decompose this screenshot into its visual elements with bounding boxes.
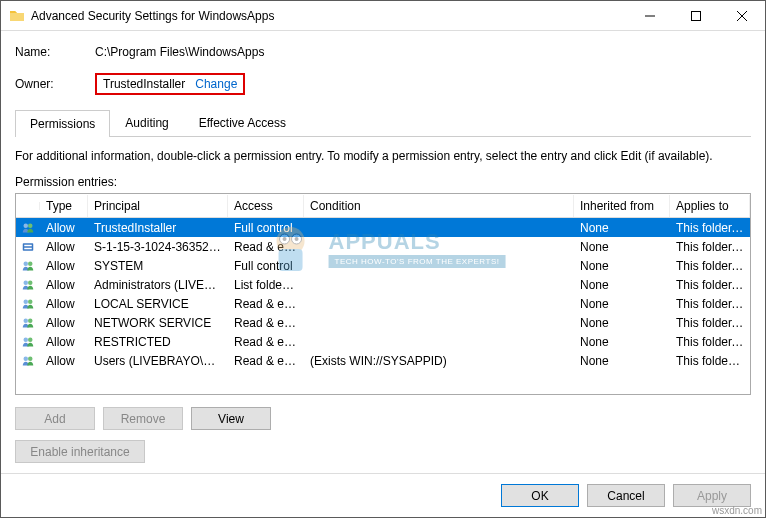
cell-access: Read & ex...	[228, 238, 304, 256]
svg-rect-4	[24, 244, 32, 246]
table-row[interactable]: AllowLOCAL SERVICERead & ex...NoneThis f…	[16, 294, 750, 313]
add-button[interactable]: Add	[15, 407, 95, 430]
name-value: C:\Program Files\WindowsApps	[95, 45, 264, 59]
owner-label: Owner:	[15, 77, 95, 91]
cell-applies: This folder,...	[670, 238, 750, 256]
cell-condition	[304, 321, 574, 325]
col-icon[interactable]	[16, 202, 40, 210]
view-button[interactable]: View	[191, 407, 271, 430]
change-owner-link[interactable]: Change	[195, 77, 237, 91]
window-title: Advanced Security Settings for WindowsAp…	[31, 9, 627, 23]
cell-type: Allow	[40, 352, 88, 370]
table-row[interactable]: AllowAdministrators (LIVEBR...List folde…	[16, 275, 750, 294]
principal-icon	[16, 295, 40, 313]
cell-type: Allow	[40, 219, 88, 237]
cell-applies: This folder,...	[670, 257, 750, 275]
cell-inherited: None	[574, 333, 670, 351]
security-settings-window: Advanced Security Settings for WindowsAp…	[0, 0, 766, 518]
col-type[interactable]: Type	[40, 195, 88, 217]
svg-point-12	[24, 318, 29, 323]
remove-button[interactable]: Remove	[103, 407, 183, 430]
svg-point-13	[28, 318, 33, 323]
tab-permissions[interactable]: Permissions	[15, 110, 110, 137]
principal-icon	[16, 352, 40, 370]
cell-condition: (Exists WIN://SYSAPPID)	[304, 352, 574, 370]
principal-icon	[16, 276, 40, 294]
cell-type: Allow	[40, 295, 88, 313]
cell-access: Full control	[228, 257, 304, 275]
cell-applies: This folder,...	[670, 276, 750, 294]
cell-principal: LOCAL SERVICE	[88, 295, 228, 313]
svg-point-1	[24, 223, 29, 228]
owner-highlight-box: TrustedInstaller Change	[95, 73, 245, 95]
cell-applies: This folder ...	[670, 352, 750, 370]
svg-point-9	[28, 280, 33, 285]
table-row[interactable]: AllowS-1-15-3-1024-3635283...Read & ex..…	[16, 237, 750, 256]
inheritance-row: Enable inheritance	[15, 440, 751, 463]
col-principal[interactable]: Principal	[88, 195, 228, 217]
table-row[interactable]: AllowTrustedInstallerFull controlNoneThi…	[16, 218, 750, 237]
principal-icon	[16, 238, 40, 256]
dialog-buttons: OK Cancel Apply	[1, 473, 765, 517]
content-area: Name: C:\Program Files\WindowsApps Owner…	[1, 31, 765, 473]
principal-icon	[16, 257, 40, 275]
tab-effective-access[interactable]: Effective Access	[184, 109, 301, 136]
folder-icon	[9, 8, 25, 24]
table-row[interactable]: AllowNETWORK SERVICERead & ex...NoneThis…	[16, 313, 750, 332]
cell-access: Read & ex...	[228, 295, 304, 313]
principal-icon	[16, 219, 40, 237]
cell-condition	[304, 302, 574, 306]
grid-header: Type Principal Access Condition Inherite…	[16, 194, 750, 218]
table-row[interactable]: AllowRESTRICTEDRead & ex...NoneThis fold…	[16, 332, 750, 351]
cell-access: Read & ex...	[228, 314, 304, 332]
cell-condition	[304, 264, 574, 268]
table-row[interactable]: AllowUsers (LIVEBRAYO\Users)Read & ex...…	[16, 351, 750, 370]
cell-applies: This folder,...	[670, 219, 750, 237]
svg-rect-5	[24, 247, 32, 249]
cancel-button[interactable]: Cancel	[587, 484, 665, 507]
enable-inheritance-button[interactable]: Enable inheritance	[15, 440, 145, 463]
svg-point-17	[28, 356, 33, 361]
svg-point-14	[24, 337, 29, 342]
principal-icon	[16, 333, 40, 351]
cell-inherited: None	[574, 314, 670, 332]
svg-point-15	[28, 337, 33, 342]
cell-principal: TrustedInstaller	[88, 219, 228, 237]
col-access[interactable]: Access	[228, 195, 304, 217]
entries-label: Permission entries:	[15, 175, 751, 189]
titlebar: Advanced Security Settings for WindowsAp…	[1, 1, 765, 31]
cell-condition	[304, 340, 574, 344]
footer-credit: wsxdn.com	[712, 505, 762, 516]
tab-auditing[interactable]: Auditing	[110, 109, 183, 136]
table-row[interactable]: AllowSYSTEMFull controlNoneThis folder,.…	[16, 256, 750, 275]
close-button[interactable]	[719, 1, 765, 31]
svg-point-10	[24, 299, 29, 304]
minimize-button[interactable]	[627, 1, 673, 31]
cell-principal: SYSTEM	[88, 257, 228, 275]
svg-point-7	[28, 261, 33, 266]
cell-condition	[304, 283, 574, 287]
grid-body: AllowTrustedInstallerFull controlNoneThi…	[16, 218, 750, 370]
col-applies[interactable]: Applies to	[670, 195, 750, 217]
permission-grid: Type Principal Access Condition Inherite…	[15, 193, 751, 395]
cell-inherited: None	[574, 352, 670, 370]
cell-type: Allow	[40, 276, 88, 294]
maximize-button[interactable]	[673, 1, 719, 31]
cell-principal: Users (LIVEBRAYO\Users)	[88, 352, 228, 370]
cell-type: Allow	[40, 257, 88, 275]
svg-point-16	[24, 356, 29, 361]
col-inherited[interactable]: Inherited from	[574, 195, 670, 217]
owner-row: Owner: TrustedInstaller Change	[15, 73, 751, 95]
tabs: Permissions Auditing Effective Access	[15, 109, 751, 137]
apply-button[interactable]: Apply	[673, 484, 751, 507]
cell-access: Read & ex...	[228, 333, 304, 351]
cell-access: Full control	[228, 219, 304, 237]
cell-principal: NETWORK SERVICE	[88, 314, 228, 332]
principal-icon	[16, 314, 40, 332]
cell-access: List folder ...	[228, 276, 304, 294]
entry-buttons: Add Remove View	[15, 407, 751, 430]
svg-point-8	[24, 280, 29, 285]
ok-button[interactable]: OK	[501, 484, 579, 507]
cell-principal: RESTRICTED	[88, 333, 228, 351]
col-condition[interactable]: Condition	[304, 195, 574, 217]
